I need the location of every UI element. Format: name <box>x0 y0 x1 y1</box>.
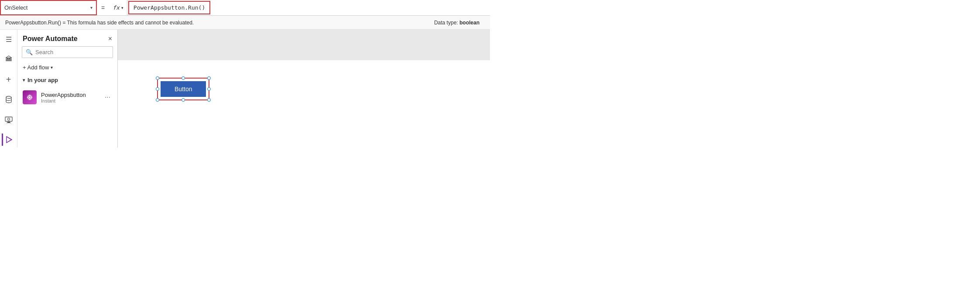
svg-rect-7 <box>7 123 11 123</box>
search-box[interactable]: 🔍 <box>22 46 113 58</box>
canvas-white-area <box>118 60 490 148</box>
handle-bottom-left[interactable] <box>156 98 159 102</box>
property-selector[interactable]: OnSelect ▾ <box>0 0 97 15</box>
panel-close-button[interactable]: × <box>108 35 112 43</box>
section-label: In your app <box>27 77 58 83</box>
formula-text: PowerAppsbutton.Run() <box>134 4 205 11</box>
data-type-label: Data type: boolean <box>434 20 485 26</box>
media-icon[interactable] <box>3 113 15 126</box>
power-automate-panel: Power Automate × 🔍 + Add flow ▾ ▾ In you… <box>17 30 118 148</box>
flow-info: PowerAppsbutton Instant <box>41 92 99 103</box>
add-flow-chevron: ▾ <box>51 65 53 70</box>
fx-button[interactable]: fx ▾ <box>109 0 127 15</box>
panel-title: Power Automate <box>23 35 78 43</box>
svg-rect-2 <box>6 60 12 61</box>
layers-icon[interactable] <box>3 53 15 65</box>
canvas-button[interactable]: Button <box>161 81 206 97</box>
database-icon[interactable] <box>3 93 15 106</box>
fx-chevron: ▾ <box>121 6 123 10</box>
icon-sidebar: ☰ + <box>0 30 17 148</box>
handle-top-center[interactable] <box>182 76 185 80</box>
error-bar: PowerAppsbutton.Run() = This formula has… <box>0 16 490 30</box>
flow-more-button[interactable]: ··· <box>103 93 112 101</box>
equals-sign: = <box>97 4 109 11</box>
svg-point-4 <box>6 96 11 99</box>
formula-bar: OnSelect ▾ = fx ▾ PowerAppsbutton.Run() <box>0 0 490 16</box>
add-icon[interactable]: + <box>3 73 15 86</box>
in-your-app-section[interactable]: ▾ In your app <box>17 73 117 87</box>
error-text: PowerAppsbutton.Run() = This formula has… <box>5 20 194 26</box>
property-dropdown-arrow: ▾ <box>90 5 93 10</box>
flow-icon <box>23 90 37 104</box>
handle-middle-left[interactable] <box>156 87 159 91</box>
handle-top-left[interactable] <box>156 76 159 80</box>
fx-label: fx <box>113 4 120 11</box>
svg-rect-6 <box>7 122 10 123</box>
flow-item[interactable]: PowerAppsbutton Instant ··· <box>17 87 117 108</box>
automate-icon[interactable] <box>2 134 14 146</box>
button-widget-container: Button <box>157 78 209 100</box>
svg-point-8 <box>7 118 10 120</box>
panel-header: Power Automate × <box>17 30 117 46</box>
flow-name: PowerAppsbutton <box>41 92 99 98</box>
canvas-area: Button <box>118 30 490 148</box>
svg-point-11 <box>29 96 31 98</box>
svg-rect-5 <box>5 117 12 121</box>
button-selection-box: Button <box>157 78 209 100</box>
property-selector-text: OnSelect <box>4 4 27 11</box>
add-flow-button[interactable]: + Add flow ▾ <box>17 62 117 73</box>
hamburger-menu-icon[interactable]: ☰ <box>3 33 15 45</box>
add-flow-label: + Add flow <box>23 64 49 71</box>
main-content: ☰ + <box>0 30 490 148</box>
section-collapse-icon: ▾ <box>23 78 25 82</box>
formula-input[interactable]: PowerAppsbutton.Run() <box>128 1 210 14</box>
search-icon: 🔍 <box>26 49 33 55</box>
search-input[interactable] <box>35 49 109 55</box>
flow-type: Instant <box>41 98 99 103</box>
